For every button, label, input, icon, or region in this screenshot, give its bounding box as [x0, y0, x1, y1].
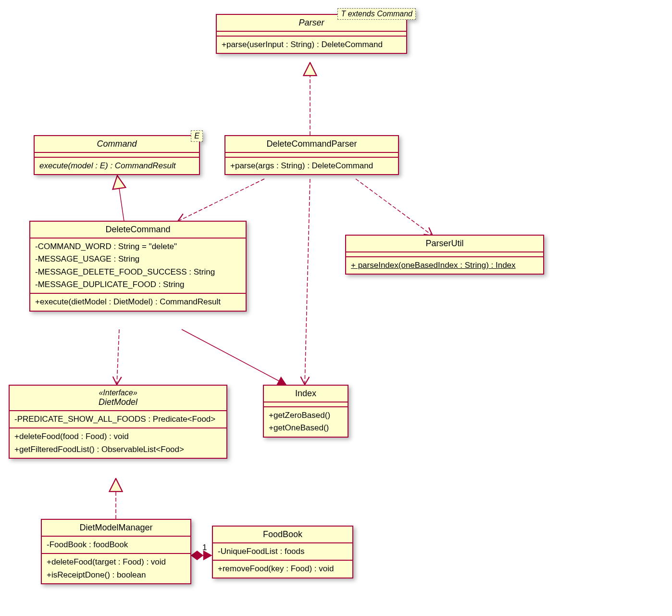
method: +parse(args : String) : DeleteCommand	[230, 160, 393, 172]
method: +execute(dietModel : DietModel) : Comman…	[35, 296, 241, 308]
method: +getZeroBased()	[269, 409, 343, 422]
class-command: E Command execute(model : E) : CommandRe…	[34, 135, 200, 175]
class-diet-model: «Interface» DietModel -PREDICATE_SHOW_AL…	[9, 385, 227, 459]
method: execute(model : E) : CommandResult	[39, 160, 194, 172]
method: +deleteFood(food : Food) : void	[14, 430, 222, 443]
class-title: DeleteCommand	[30, 222, 246, 239]
class-food-book: FoodBook -UniqueFoodList : foods +remove…	[212, 526, 353, 578]
method: +isReceiptDone() : boolean	[47, 569, 186, 581]
method: +deleteFood(target : Food) : void	[47, 556, 186, 568]
attribute: -COMMAND_WORD : String = "delete"	[35, 240, 241, 253]
class-title: Command	[35, 136, 199, 153]
class-delete-command: DeleteCommand -COMMAND_WORD : String = "…	[29, 221, 247, 312]
attribute: -MESSAGE_DUPLICATE_FOOD : String	[35, 278, 241, 291]
class-index: Index +getZeroBased() +getOneBased()	[263, 385, 348, 438]
template-param-command: E	[191, 130, 203, 142]
attribute: -PREDICATE_SHOW_ALL_FOODS : Predicate<Fo…	[14, 413, 222, 426]
class-title: ParserUtil	[346, 236, 543, 252]
method: + parseIndex(oneBasedIndex : String) : I…	[351, 259, 538, 272]
class-title: FoodBook	[213, 527, 352, 543]
class-parser: T extends Command Parser +parse(userInpu…	[216, 14, 407, 54]
class-delete-command-parser: DeleteCommandParser +parse(args : String…	[224, 135, 399, 175]
attribute: -MESSAGE_DELETE_FOOD_SUCCESS : String	[35, 266, 241, 278]
multiplicity-label: 1	[202, 543, 207, 553]
class-title: DeleteCommandParser	[225, 136, 398, 153]
class-title: «Interface» DietModel	[10, 386, 226, 411]
class-title: Index	[264, 386, 348, 402]
attribute: -FoodBook : foodBook	[47, 539, 186, 551]
class-title: DietModelManager	[42, 520, 190, 537]
class-diet-model-manager: DietModelManager -FoodBook : foodBook +d…	[41, 519, 191, 584]
method: +removeFood(key : Food) : void	[218, 563, 348, 575]
attribute: -MESSAGE_USAGE : String	[35, 253, 241, 265]
method: +getOneBased()	[269, 422, 343, 434]
class-parser-util: ParserUtil + parseIndex(oneBasedIndex : …	[345, 235, 544, 275]
method: +parse(userInput : String) : DeleteComma…	[222, 38, 401, 51]
template-param-parser: T extends Command	[337, 8, 416, 20]
method: +getFilteredFoodList() : ObservableList<…	[14, 443, 222, 456]
attribute: -UniqueFoodList : foods	[218, 545, 348, 558]
